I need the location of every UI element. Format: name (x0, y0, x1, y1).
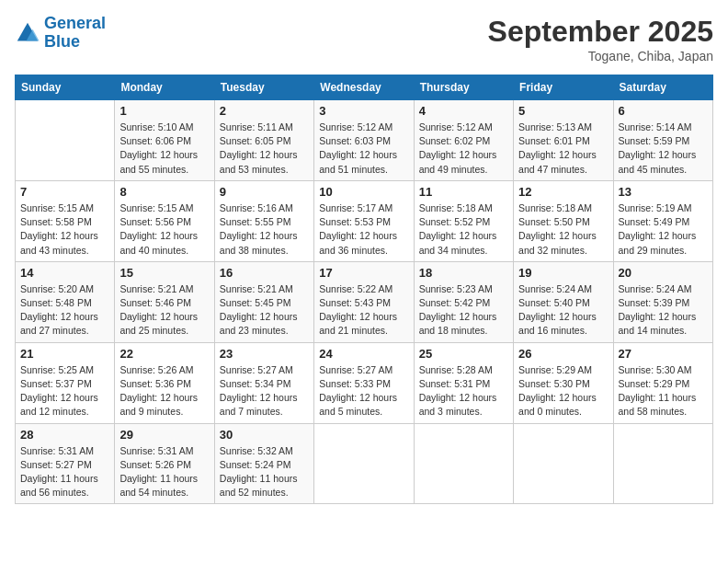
day-number: 4 (419, 104, 508, 118)
day-cell: 5Sunrise: 5:13 AM Sunset: 6:01 PM Daylig… (514, 100, 613, 181)
day-cell: 4Sunrise: 5:12 AM Sunset: 6:02 PM Daylig… (414, 100, 513, 181)
day-cell: 11Sunrise: 5:18 AM Sunset: 5:52 PM Dayli… (414, 180, 513, 261)
day-number: 16 (220, 266, 309, 280)
day-cell: 6Sunrise: 5:14 AM Sunset: 5:59 PM Daylig… (613, 100, 712, 181)
day-cell: 12Sunrise: 5:18 AM Sunset: 5:50 PM Dayli… (514, 180, 613, 261)
day-number: 5 (518, 104, 608, 118)
logo: General Blue (15, 15, 106, 52)
day-number: 9 (220, 185, 309, 199)
weekday-header-wednesday: Wednesday (314, 75, 414, 100)
day-cell: 24Sunrise: 5:27 AM Sunset: 5:33 PM Dayli… (314, 342, 414, 423)
day-cell: 29Sunrise: 5:31 AM Sunset: 5:26 PM Dayli… (115, 423, 214, 504)
weekday-header-monday: Monday (115, 75, 214, 100)
day-cell: 14Sunrise: 5:20 AM Sunset: 5:48 PM Dayli… (16, 261, 115, 342)
month-title: September 2025 (488, 15, 713, 49)
day-number: 26 (518, 347, 608, 361)
day-info: Sunrise: 5:18 AM Sunset: 5:52 PM Dayligh… (419, 201, 508, 258)
day-info: Sunrise: 5:24 AM Sunset: 5:40 PM Dayligh… (518, 282, 608, 339)
day-info: Sunrise: 5:15 AM Sunset: 5:58 PM Dayligh… (20, 201, 109, 258)
day-info: Sunrise: 5:26 AM Sunset: 5:36 PM Dayligh… (119, 363, 209, 419)
page-header: General Blue September 2025 Togane, Chib… (15, 15, 713, 63)
day-info: Sunrise: 5:32 AM Sunset: 5:24 PM Dayligh… (220, 444, 309, 500)
weekday-header-tuesday: Tuesday (214, 75, 313, 100)
weekday-header-saturday: Saturday (613, 75, 712, 100)
day-number: 8 (119, 185, 209, 199)
day-number: 18 (419, 266, 508, 280)
day-info: Sunrise: 5:29 AM Sunset: 5:30 PM Dayligh… (518, 363, 608, 419)
day-number: 21 (20, 347, 109, 361)
day-cell (613, 423, 712, 504)
week-row-2: 7Sunrise: 5:15 AM Sunset: 5:58 PM Daylig… (16, 180, 713, 261)
week-row-1: 1Sunrise: 5:10 AM Sunset: 6:06 PM Daylig… (16, 100, 713, 181)
day-cell: 22Sunrise: 5:26 AM Sunset: 5:36 PM Dayli… (115, 342, 214, 423)
day-info: Sunrise: 5:20 AM Sunset: 5:48 PM Dayligh… (20, 282, 109, 339)
day-info: Sunrise: 5:22 AM Sunset: 5:43 PM Dayligh… (319, 282, 408, 339)
day-info: Sunrise: 5:21 AM Sunset: 5:45 PM Dayligh… (220, 282, 309, 339)
logo-line2: Blue (44, 32, 80, 51)
day-number: 22 (119, 347, 209, 361)
day-cell: 8Sunrise: 5:15 AM Sunset: 5:56 PM Daylig… (115, 180, 214, 261)
logo-icon (15, 20, 40, 46)
day-number: 13 (619, 185, 708, 199)
day-info: Sunrise: 5:24 AM Sunset: 5:39 PM Dayligh… (619, 282, 708, 339)
day-number: 2 (220, 104, 309, 118)
day-info: Sunrise: 5:10 AM Sunset: 6:06 PM Dayligh… (119, 121, 209, 177)
day-cell: 25Sunrise: 5:28 AM Sunset: 5:31 PM Dayli… (414, 342, 513, 423)
day-number: 20 (619, 266, 708, 280)
week-row-4: 21Sunrise: 5:25 AM Sunset: 5:37 PM Dayli… (16, 342, 713, 423)
day-number: 1 (119, 104, 209, 118)
day-info: Sunrise: 5:27 AM Sunset: 5:34 PM Dayligh… (220, 363, 309, 419)
day-cell: 21Sunrise: 5:25 AM Sunset: 5:37 PM Dayli… (16, 342, 115, 423)
day-number: 7 (20, 185, 109, 199)
day-cell (414, 423, 513, 504)
title-block: September 2025 Togane, Chiba, Japan (488, 15, 713, 63)
weekday-header-friday: Friday (514, 75, 613, 100)
day-number: 19 (518, 266, 608, 280)
day-info: Sunrise: 5:17 AM Sunset: 5:53 PM Dayligh… (319, 201, 408, 258)
weekday-header-thursday: Thursday (414, 75, 513, 100)
day-number: 27 (619, 347, 708, 361)
day-number: 24 (319, 347, 408, 361)
day-cell (514, 423, 613, 504)
day-number: 10 (319, 185, 408, 199)
day-info: Sunrise: 5:12 AM Sunset: 6:03 PM Dayligh… (319, 121, 408, 177)
calendar-table: SundayMondayTuesdayWednesdayThursdayFrid… (15, 75, 713, 504)
day-number: 14 (20, 266, 109, 280)
day-cell (16, 100, 115, 181)
day-cell: 15Sunrise: 5:21 AM Sunset: 5:46 PM Dayli… (115, 261, 214, 342)
day-info: Sunrise: 5:16 AM Sunset: 5:55 PM Dayligh… (220, 201, 309, 258)
day-number: 11 (419, 185, 508, 199)
day-cell: 10Sunrise: 5:17 AM Sunset: 5:53 PM Dayli… (314, 180, 414, 261)
week-row-5: 28Sunrise: 5:31 AM Sunset: 5:27 PM Dayli… (16, 423, 713, 504)
week-row-3: 14Sunrise: 5:20 AM Sunset: 5:48 PM Dayli… (16, 261, 713, 342)
logo-line1: General (44, 14, 106, 32)
day-cell: 26Sunrise: 5:29 AM Sunset: 5:30 PM Dayli… (514, 342, 613, 423)
weekday-header-sunday: Sunday (16, 75, 115, 100)
day-info: Sunrise: 5:14 AM Sunset: 5:59 PM Dayligh… (619, 121, 708, 177)
day-info: Sunrise: 5:12 AM Sunset: 6:02 PM Dayligh… (419, 121, 508, 177)
day-info: Sunrise: 5:31 AM Sunset: 5:26 PM Dayligh… (119, 444, 209, 500)
day-number: 29 (119, 428, 209, 442)
weekday-header-row: SundayMondayTuesdayWednesdayThursdayFrid… (16, 75, 713, 100)
day-cell: 18Sunrise: 5:23 AM Sunset: 5:42 PM Dayli… (414, 261, 513, 342)
day-cell: 19Sunrise: 5:24 AM Sunset: 5:40 PM Dayli… (514, 261, 613, 342)
day-number: 23 (220, 347, 309, 361)
day-cell: 28Sunrise: 5:31 AM Sunset: 5:27 PM Dayli… (16, 423, 115, 504)
day-number: 17 (319, 266, 408, 280)
day-info: Sunrise: 5:25 AM Sunset: 5:37 PM Dayligh… (20, 363, 109, 419)
day-info: Sunrise: 5:21 AM Sunset: 5:46 PM Dayligh… (119, 282, 209, 339)
day-cell: 16Sunrise: 5:21 AM Sunset: 5:45 PM Dayli… (214, 261, 313, 342)
day-cell: 2Sunrise: 5:11 AM Sunset: 6:05 PM Daylig… (214, 100, 313, 181)
day-info: Sunrise: 5:30 AM Sunset: 5:29 PM Dayligh… (619, 363, 708, 419)
location: Togane, Chiba, Japan (488, 49, 713, 63)
day-info: Sunrise: 5:13 AM Sunset: 6:01 PM Dayligh… (518, 121, 608, 177)
day-cell: 1Sunrise: 5:10 AM Sunset: 6:06 PM Daylig… (115, 100, 214, 181)
day-info: Sunrise: 5:27 AM Sunset: 5:33 PM Dayligh… (319, 363, 408, 419)
day-cell: 9Sunrise: 5:16 AM Sunset: 5:55 PM Daylig… (214, 180, 313, 261)
day-info: Sunrise: 5:28 AM Sunset: 5:31 PM Dayligh… (419, 363, 508, 419)
day-cell: 17Sunrise: 5:22 AM Sunset: 5:43 PM Dayli… (314, 261, 414, 342)
day-number: 30 (220, 428, 309, 442)
day-info: Sunrise: 5:23 AM Sunset: 5:42 PM Dayligh… (419, 282, 508, 339)
day-cell (314, 423, 414, 504)
day-info: Sunrise: 5:19 AM Sunset: 5:49 PM Dayligh… (619, 201, 708, 258)
